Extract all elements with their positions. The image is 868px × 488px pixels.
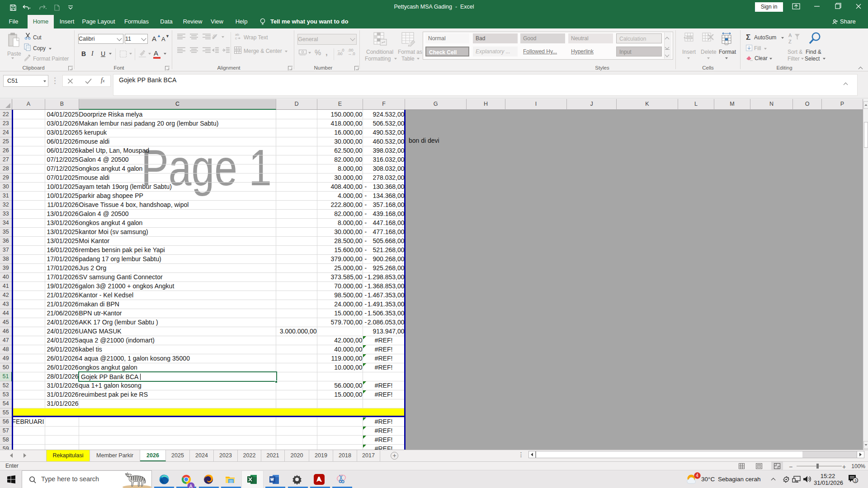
svg-text:Z: Z (788, 39, 792, 44)
svg-text:A: A (788, 33, 792, 38)
svg-text:3: 3 (854, 479, 857, 483)
svg-text:A: A (189, 483, 193, 488)
svg-text:c: c (235, 36, 237, 40)
svg-text:ab: ab (212, 33, 217, 40)
svg-text:4: 4 (696, 473, 698, 478)
